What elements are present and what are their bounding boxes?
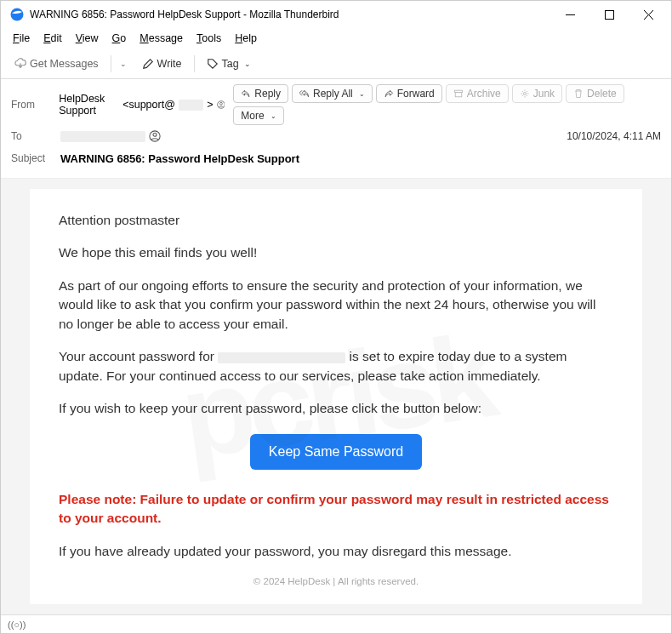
paragraph-1: As part of our ongoing efforts to ensure… (59, 277, 613, 334)
reply-all-icon (299, 89, 310, 99)
separator (111, 55, 111, 72)
svg-rect-1 (605, 10, 613, 19)
window-title: WARNING 6856: Password HelpDesk Support … (30, 9, 550, 20)
para2-prefix: Your account password for (59, 349, 218, 363)
app-window: WARNING 6856: Password HelpDesk Support … (0, 0, 672, 634)
separator (194, 55, 195, 72)
activity-indicator-icon: ((○)) (8, 620, 26, 630)
from-value: HelpDesk Support <support@> (59, 93, 225, 117)
get-messages-dropdown[interactable]: ⌄ (117, 60, 130, 68)
archive-button[interactable]: Archive (446, 84, 509, 103)
reply-all-label: Reply All (313, 88, 353, 100)
get-messages-label: Get Messages (30, 58, 99, 70)
from-name: HelpDesk Support (59, 93, 119, 117)
menu-file[interactable]: File (8, 31, 35, 46)
email-content: Attention postmaster We hope this email … (30, 189, 642, 604)
svg-point-0 (11, 9, 24, 21)
message-body-area: pcrisk Attention postmaster We hope this… (1, 179, 671, 614)
minimize-button[interactable] (550, 1, 589, 28)
paragraph-2: Your account password for is set to expi… (59, 347, 613, 386)
titlebar: WARNING 6856: Password HelpDesk Support … (1, 1, 671, 28)
toolbar: Get Messages ⌄ Write Tag ⌄ (1, 49, 671, 79)
contact-icon[interactable] (217, 99, 225, 111)
from-addr-prefix: <support@ (122, 99, 175, 111)
subject-value: WARNING 6856: Password HelpDesk Support (60, 152, 299, 165)
window-controls (550, 1, 668, 28)
app-icon (9, 7, 25, 22)
paragraph-3: If you wish to keep your current passwor… (59, 399, 613, 418)
from-label: From (11, 99, 50, 111)
redacted-recipient (60, 131, 145, 142)
menu-message[interactable]: Message (134, 31, 188, 46)
reply-icon (241, 89, 251, 99)
junk-label: Junk (533, 88, 555, 100)
tag-button[interactable]: Tag ⌄ (200, 54, 258, 73)
statusbar: ((○)) (1, 614, 671, 633)
svg-point-3 (219, 102, 222, 105)
message-headers: From HelpDesk Support <support@> Reply R… (1, 79, 671, 179)
paragraph-4: If you have already updated your passwor… (59, 542, 613, 561)
menu-view[interactable]: View (71, 31, 104, 46)
close-button[interactable] (629, 1, 668, 28)
svg-point-6 (523, 93, 526, 95)
svg-point-8 (153, 133, 157, 136)
archive-icon (453, 89, 464, 99)
write-label: Write (157, 58, 182, 70)
intro-line: We hope this email finds you well! (59, 243, 613, 262)
get-messages-button[interactable]: Get Messages (8, 54, 105, 73)
menu-edit[interactable]: Edit (38, 31, 67, 46)
menubar: File Edit View Go Message Tools Help (1, 28, 671, 49)
svg-rect-5 (455, 93, 462, 97)
more-label: More (241, 110, 264, 122)
cta-container: Keep Same Password (59, 434, 613, 470)
more-button[interactable]: More⌄ (233, 106, 283, 125)
archive-label: Archive (467, 88, 501, 100)
write-button[interactable]: Write (135, 54, 189, 73)
reply-label: Reply (254, 88, 281, 100)
reply-button[interactable]: Reply (233, 84, 288, 103)
menu-tools[interactable]: Tools (191, 31, 226, 46)
message-actions: Reply Reply All⌄ Forward Archive Junk De… (233, 84, 661, 125)
menu-go[interactable]: Go (107, 31, 132, 46)
warning-text: Please note: Failure to update or confir… (59, 490, 613, 528)
forward-icon (384, 89, 394, 99)
tag-label: Tag (222, 58, 239, 70)
trash-icon (573, 89, 584, 99)
greeting: Attention postmaster (59, 211, 613, 230)
to-label: To (11, 130, 52, 142)
junk-icon (520, 89, 530, 99)
forward-label: Forward (397, 88, 435, 100)
keep-password-button[interactable]: Keep Same Password (250, 434, 422, 470)
from-addr-suffix: > (207, 99, 213, 111)
tag-icon (207, 58, 219, 70)
subject-label: Subject (11, 152, 52, 164)
contact-icon[interactable] (149, 130, 161, 142)
to-value (60, 130, 558, 142)
menu-help[interactable]: Help (230, 31, 262, 46)
pencil-icon (142, 58, 154, 70)
forward-button[interactable]: Forward (376, 84, 442, 103)
email-footer: © 2024 HelpDesk | All rights reserved. (59, 574, 613, 589)
maximize-button[interactable] (589, 1, 629, 28)
download-cloud-icon (14, 58, 26, 70)
delete-button[interactable]: Delete (566, 84, 624, 103)
reply-all-button[interactable]: Reply All⌄ (292, 84, 373, 103)
delete-label: Delete (587, 88, 617, 100)
message-timestamp: 10/10/2024, 4:11 AM (567, 130, 661, 142)
redacted-domain (179, 100, 203, 111)
junk-button[interactable]: Junk (512, 84, 562, 103)
redacted-account (218, 352, 345, 363)
